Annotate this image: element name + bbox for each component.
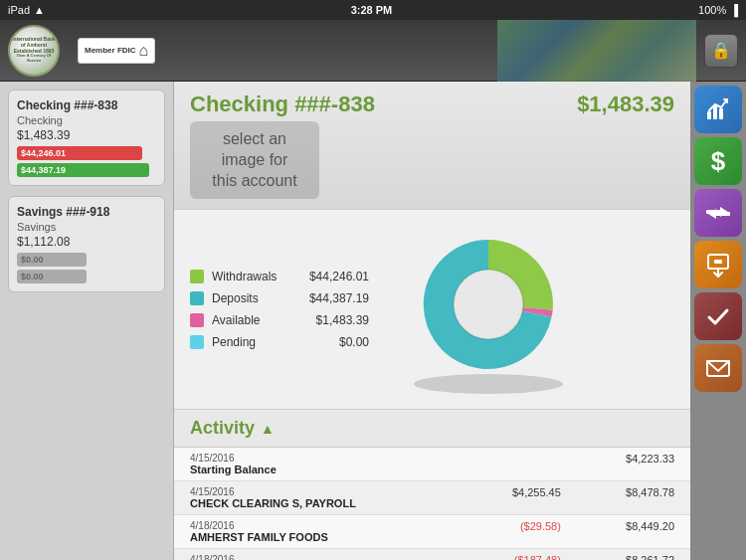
legend-value-deposits: $44,387.19 [309,291,369,305]
legend-label-pending: Pending [212,335,331,349]
legend-dot-deposits [190,291,204,305]
checking-account-card[interactable]: Checking ###-838 Checking $1,483.39 $44,… [8,90,165,186]
svg-point-0 [414,374,563,394]
row3-date-desc: 4/18/2016 AMHERST TELEPHON, PAYM... [174,549,453,560]
chart-legend: Withdrawals $44,246.01 Deposits $44,387.… [190,270,369,349]
email-icon [704,354,732,382]
row0-date-desc: 4/15/2016 Starting Balance [174,448,453,481]
account-amount: $1,483.39 [577,92,674,117]
svg-rect-12 [714,260,722,264]
savings-balance: $1,112.08 [17,235,156,249]
table-row[interactable]: 4/18/2016 AMHERST FAMILY FOODS ($29.58) … [174,515,690,549]
logo-circle: International Bank of Amherst Establishe… [8,25,60,77]
savings-type: Savings [17,221,156,233]
lock-icon: 🔒 [711,41,731,60]
row3-balance: $8,261.72 [577,549,690,560]
svg-rect-5 [719,108,723,119]
chart-container: Withdrawals $44,246.01 Deposits $44,387.… [174,210,690,409]
activity-title: Activity [190,418,255,439]
row2-date-desc: 4/18/2016 AMHERST FAMILY FOODS [174,515,453,549]
status-right: 100% ▐ [698,4,738,16]
row2-amount: ($29.58) [453,515,576,549]
logo-text: International Bank of Amherst Establishe… [10,37,58,64]
activity-table: 4/15/2016 Starting Balance $4,223.33 4/1… [174,448,690,560]
right-sidebar: $ [690,82,746,560]
chart-icon [704,95,732,123]
wifi-icon: ▲ [34,4,45,16]
checking-balance: $1,483.39 [17,128,156,142]
legend-withdrawals: Withdrawals $44,246.01 [190,270,369,283]
row0-amount [453,448,576,481]
equal-housing-icon: ⌂ [139,42,149,60]
checking-bars: $44,246.01 $44,387.19 [17,146,156,177]
legend-value-available: $1,483.39 [316,313,369,327]
dollar-button[interactable]: $ [694,137,742,185]
fdic-badge: Member FDIC ⌂ [78,38,155,64]
status-bar: iPad ▲ 3:28 PM 100% ▐ [0,0,746,20]
check-button[interactable] [694,292,742,340]
main-container: Checking ###-838 Checking $1,483.39 $44,… [0,82,746,560]
row1-balance: $8,478.78 [577,481,690,515]
activity-header: Activity ▲ [174,409,690,448]
status-left: iPad ▲ [8,4,45,16]
transfer-icon [704,199,732,227]
savings-title: Savings ###-918 [17,205,156,219]
legend-deposits: Deposits $44,387.19 [190,291,369,305]
activity-sort-arrow[interactable]: ▲ [261,421,275,437]
center-content: Checking ###-838 select animage forthis … [174,82,690,560]
legend-value-withdrawals: $44,246.01 [309,270,369,283]
legend-label-deposits: Deposits [212,291,301,305]
row1-date: 4/15/2016 [190,486,437,497]
checking-bar-deposits: $44,387.19 [17,163,149,177]
battery-icon: ▐ [730,4,738,16]
lock-button[interactable]: 🔒 [704,34,738,68]
legend-dot-pending [190,335,204,349]
header: International Bank of Amherst Establishe… [0,20,746,82]
ipad-label: iPad [8,4,30,16]
savings-account-card[interactable]: Savings ###-918 Savings $1,112.08 $0.00 … [8,196,165,292]
legend-pending: Pending $0.00 [190,335,369,349]
checking-title: Checking ###-838 [17,98,156,112]
donut-chart [389,220,588,399]
legend-dot-withdrawals [190,270,204,283]
check-icon [704,302,732,330]
table-row[interactable]: 4/15/2016 Starting Balance $4,223.33 [174,448,690,481]
row2-desc: AMHERST FAMILY FOODS [190,531,437,543]
legend-label-withdrawals: Withdrawals [212,270,301,283]
legend-label-available: Available [212,313,308,327]
account-header-left: Checking ###-838 select animage forthis … [190,92,375,199]
row0-balance: $4,223.33 [577,448,690,481]
dollar-icon: $ [711,146,725,177]
account-image-prompt[interactable]: select animage forthis account [190,121,319,199]
sidebar: Checking ###-838 Checking $1,483.39 $44,… [0,82,174,560]
fdic-text: Member FDIC [85,46,136,55]
table-row[interactable]: 4/15/2016 CHECK CLEARING S, PAYROLL $4,2… [174,481,690,515]
deposit-icon [704,251,732,279]
row1-desc: CHECK CLEARING S, PAYROLL [190,497,437,509]
row2-date: 4/18/2016 [190,520,437,531]
savings-bar-2: $0.00 [17,270,87,283]
chart-button[interactable] [694,86,742,133]
legend-value-pending: $0.00 [339,335,369,349]
svg-rect-4 [713,105,717,119]
savings-bar-1: $0.00 [17,253,87,267]
checking-type: Checking [17,114,156,126]
deposit-button[interactable] [694,241,742,288]
bank-logo: International Bank of Amherst Establishe… [8,25,155,77]
header-photo [497,20,696,82]
svg-rect-8 [714,212,730,216]
svg-rect-3 [707,111,711,119]
legend-dot-available [190,313,204,327]
battery-label: 100% [698,4,726,16]
row1-date-desc: 4/15/2016 CHECK CLEARING S, PAYROLL [174,481,453,515]
row3-amount: ($187.48) [453,549,576,560]
status-time: 3:28 PM [351,4,393,16]
email-button[interactable] [694,344,742,392]
savings-bars: $0.00 $0.00 [17,253,156,283]
checking-bar-withdrawals: $44,246.01 [17,146,142,160]
image-prompt-text: select animage forthis account [212,130,296,189]
transfer-button[interactable] [694,189,742,237]
row0-date: 4/15/2016 [190,453,437,464]
table-row[interactable]: 4/18/2016 AMHERST TELEPHON, PAYM... ($18… [174,549,690,560]
legend-available: Available $1,483.39 [190,313,369,327]
